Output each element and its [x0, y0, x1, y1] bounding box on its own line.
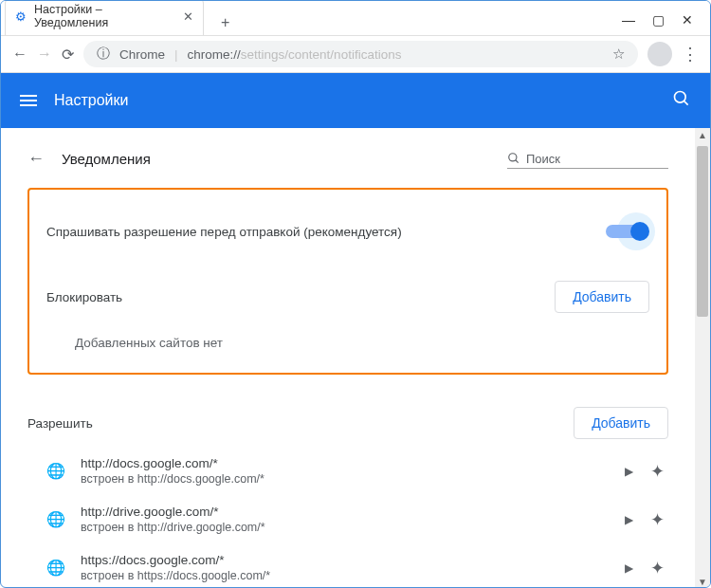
- svg-point-2: [509, 154, 517, 161]
- page-search-input[interactable]: Поиск: [507, 150, 668, 169]
- chevron-right-icon[interactable]: ▶: [625, 561, 633, 575]
- site-info: http://drive.google.com/* встроен в http…: [81, 505, 610, 534]
- page-back-icon[interactable]: ←: [27, 149, 45, 169]
- block-label: Блокировать: [46, 290, 122, 304]
- tab-title: Настройки – Уведомления: [34, 3, 175, 29]
- bookmark-star-icon[interactable]: ☆: [612, 46, 625, 63]
- ask-before-send-toggle[interactable]: [600, 216, 649, 247]
- hamburger-icon[interactable]: [20, 95, 37, 106]
- address-bar[interactable]: ⓘ Chrome | chrome://settings/content/not…: [83, 41, 638, 67]
- scroll-up-icon[interactable]: ▲: [696, 128, 709, 142]
- site-info-icon[interactable]: ⓘ: [97, 46, 110, 63]
- add-block-button[interactable]: Добавить: [555, 281, 649, 313]
- site-row[interactable]: 🌐 http://drive.google.com/* встроен в ht…: [27, 495, 668, 543]
- window-controls: — ▢ ✕: [622, 12, 702, 35]
- title-bar: ⚙ Настройки – Уведомления ✕ + — ▢ ✕: [1, 1, 710, 35]
- svg-point-0: [675, 92, 686, 103]
- settings-content: ← Уведомления Поиск Спрашивать разрешени…: [1, 128, 695, 588]
- scroll-down-icon[interactable]: ▼: [696, 575, 709, 588]
- forward-icon[interactable]: →: [37, 46, 52, 63]
- new-tab-button[interactable]: +: [213, 10, 237, 35]
- browser-tab[interactable]: ⚙ Настройки – Уведомления ✕: [5, 0, 204, 35]
- site-url: http://drive.google.com/*: [81, 505, 610, 519]
- site-info: https://docs.google.com/* встроен в http…: [81, 553, 610, 582]
- search-icon: [507, 152, 520, 165]
- site-embed: встроен в https://docs.google.com/*: [81, 569, 610, 582]
- site-embed: встроен в http://drive.google.com/*: [81, 521, 610, 534]
- ask-before-send-row: Спрашивать разрешение перед отправкой (р…: [46, 199, 649, 271]
- row-actions: ▶ ✦: [625, 558, 665, 579]
- allow-section: Разрешить Добавить 🌐 http://docs.google.…: [27, 397, 668, 588]
- chevron-right-icon[interactable]: ▶: [625, 465, 633, 478]
- site-url: http://docs.google.com/*: [81, 456, 610, 470]
- globe-icon: 🌐: [46, 462, 65, 480]
- minimize-icon[interactable]: —: [622, 12, 635, 28]
- reload-icon[interactable]: ⟳: [62, 46, 74, 64]
- extension-icon[interactable]: ✦: [650, 461, 665, 482]
- profile-avatar[interactable]: [647, 42, 672, 66]
- content-wrap: ← Уведомления Поиск Спрашивать разрешени…: [1, 128, 710, 588]
- chevron-right-icon[interactable]: ▶: [625, 513, 633, 526]
- close-tab-icon[interactable]: ✕: [183, 9, 193, 24]
- url-separator: |: [174, 47, 178, 62]
- scroll-thumb[interactable]: [697, 146, 708, 317]
- allow-section-header: Разрешить Добавить: [27, 397, 668, 447]
- close-icon[interactable]: ✕: [682, 12, 693, 28]
- allow-label: Разрешить: [27, 416, 93, 431]
- site-row[interactable]: 🌐 http://docs.google.com/* встроен в htt…: [27, 447, 668, 495]
- toggle-label: Спрашивать разрешение перед отправкой (р…: [46, 225, 402, 239]
- extension-icon[interactable]: ✦: [650, 558, 665, 579]
- add-allow-button[interactable]: Добавить: [574, 407, 668, 439]
- overflow-menu-icon[interactable]: ⋮: [682, 44, 699, 64]
- toggle-knob: [630, 222, 649, 241]
- page-title: Уведомления: [62, 151, 151, 167]
- globe-icon: 🌐: [46, 559, 65, 577]
- site-row[interactable]: 🌐 https://docs.google.com/* встроен в ht…: [27, 543, 668, 588]
- block-section-header: Блокировать Добавить: [46, 271, 649, 321]
- page-header: ← Уведомления Поиск: [27, 136, 668, 182]
- settings-header: Настройки: [1, 73, 710, 128]
- row-actions: ▶ ✦: [625, 509, 665, 530]
- chrome-label: Chrome: [119, 47, 165, 62]
- svg-line-1: [684, 101, 688, 105]
- row-actions: ▶ ✦: [625, 461, 665, 482]
- page-search-placeholder: Поиск: [526, 152, 560, 166]
- globe-icon: 🌐: [46, 510, 65, 528]
- extension-icon[interactable]: ✦: [650, 509, 665, 530]
- settings-title: Настройки: [54, 92, 128, 109]
- svg-line-3: [516, 160, 519, 163]
- gear-icon: ⚙: [15, 9, 27, 24]
- site-embed: встроен в http://docs.google.com/*: [81, 472, 610, 486]
- site-url: https://docs.google.com/*: [81, 553, 610, 567]
- block-empty-text: Добавленных сайтов нет: [46, 321, 649, 356]
- maximize-icon[interactable]: ▢: [652, 12, 665, 28]
- highlight-annotation: Спрашивать разрешение перед отправкой (р…: [27, 188, 668, 375]
- search-icon[interactable]: [672, 89, 691, 112]
- browser-toolbar: ← → ⟳ ⓘ Chrome | chrome://settings/conte…: [1, 35, 710, 73]
- site-info: http://docs.google.com/* встроен в http:…: [81, 456, 610, 486]
- url-text: chrome://settings/content/notifications: [188, 47, 402, 62]
- back-icon[interactable]: ←: [12, 46, 27, 63]
- vertical-scrollbar[interactable]: ▲ ▼: [695, 128, 710, 588]
